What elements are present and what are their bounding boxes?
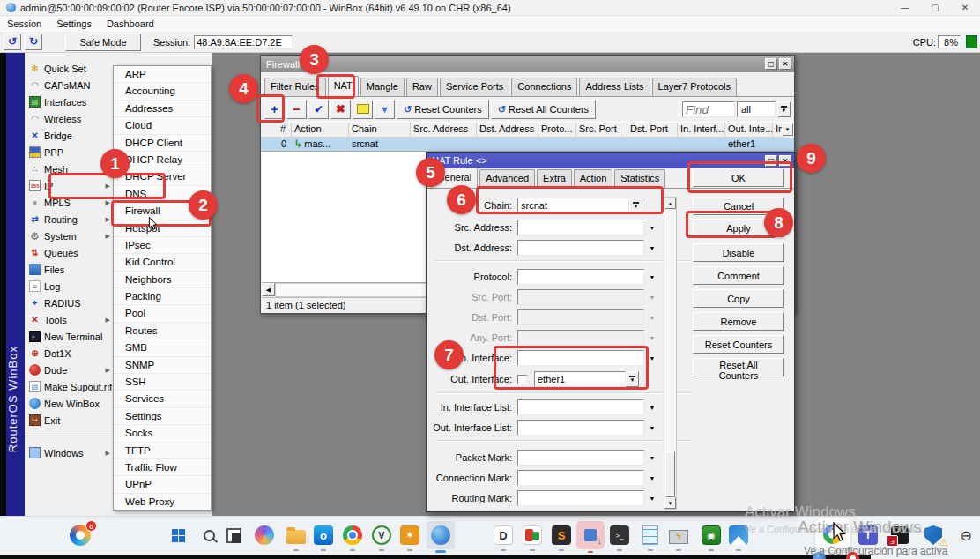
- sidebar-item[interactable]: Wireless ▶: [25, 110, 113, 127]
- tab-action[interactable]: Action: [574, 169, 613, 188]
- submenu-item[interactable]: Settings: [114, 408, 211, 425]
- tab-service-ports[interactable]: Service Ports: [440, 78, 509, 96]
- routing-mark-dropdown-icon[interactable]: ▼: [644, 496, 660, 502]
- file-explorer-icon[interactable]: [285, 524, 308, 547]
- connection-mark-dropdown-icon[interactable]: ▼: [644, 475, 660, 481]
- sidebar-item[interactable]: Routing ▶: [25, 211, 113, 227]
- safe-mode-button[interactable]: Safe Mode: [65, 34, 141, 51]
- tab-advanced[interactable]: Advanced: [479, 169, 535, 188]
- sidebar-item[interactable]: Queues ▶: [25, 244, 113, 261]
- lock-app-icon[interactable]: [576, 521, 605, 549]
- filter-scope-dropdown-icon[interactable]: ▼: [777, 101, 791, 117]
- submenu-item[interactable]: Web Proxy: [114, 494, 211, 510]
- sidebar-item[interactable]: Files ▶: [25, 261, 113, 278]
- enable-icon[interactable]: ✔: [308, 100, 329, 119]
- remove-rule-button[interactable]: −: [286, 100, 307, 119]
- column-header[interactable]: Chain: [349, 123, 411, 138]
- submenu-item[interactable]: IPsec: [114, 237, 211, 254]
- sidebar-item[interactable]: RADIUS ▶: [25, 294, 113, 311]
- restore-button[interactable]: ▢: [920, 0, 950, 15]
- redo-icon[interactable]: ↻: [25, 34, 42, 50]
- packet-mark-dropdown-icon[interactable]: ▼: [644, 455, 660, 461]
- submenu-item[interactable]: Addresses: [114, 101, 211, 117]
- submenu-item[interactable]: Traffic Flow: [114, 459, 211, 476]
- comment-icon[interactable]: [353, 100, 373, 119]
- virtualbox-icon[interactable]: V: [370, 524, 393, 547]
- submenu-item[interactable]: DHCP Client: [114, 135, 211, 152]
- reset-counters-button[interactable]: Reset Counters: [693, 335, 784, 354]
- close-button[interactable]: ✕: [950, 0, 980, 15]
- src-address-dropdown-icon[interactable]: ▼: [644, 225, 660, 231]
- column-header[interactable]: Src. Address: [411, 123, 477, 138]
- reset-all-counters-button[interactable]: Reset All Counters: [693, 358, 784, 376]
- vertical-scrollbar[interactable]: ▲ ▼: [664, 197, 677, 510]
- hidden-items-icon[interactable]: ⊘: [955, 524, 978, 547]
- column-header[interactable]: Src. Port: [576, 123, 627, 138]
- start-button[interactable]: [167, 524, 189, 547]
- column-header[interactable]: Action: [292, 123, 349, 138]
- disable-icon[interactable]: ✖: [330, 100, 351, 119]
- chrome-icon[interactable]: [341, 524, 364, 547]
- tab-address-lists[interactable]: Address Lists: [579, 78, 650, 96]
- protocol-input[interactable]: [517, 269, 644, 285]
- submenu-item[interactable]: Packing: [114, 288, 211, 305]
- submenu-item[interactable]: Pool: [114, 305, 211, 322]
- terminal-icon[interactable]: >_: [608, 524, 631, 547]
- column-header[interactable]: #: [261, 123, 292, 138]
- column-header[interactable]: Dst. Port: [627, 123, 678, 138]
- protocol-dropdown-icon[interactable]: ▼: [644, 274, 660, 280]
- sidebar-item[interactable]: Make Supout.rif ▶: [25, 378, 113, 395]
- scrollbar-thumb[interactable]: [665, 451, 675, 497]
- sidebar-item[interactable]: Windows ▶: [25, 444, 113, 461]
- tab-statistics[interactable]: Statistics: [614, 169, 665, 188]
- table-row[interactable]: 0 ↳mas... srcnat ether1: [261, 138, 794, 152]
- sidebar-item[interactable]: Dude ▶: [25, 361, 113, 378]
- submenu-item[interactable]: Routes: [114, 323, 211, 339]
- scroll-left-icon[interactable]: ◀: [262, 283, 275, 296]
- copilot-icon[interactable]: [253, 524, 276, 547]
- sidebar-item[interactable]: Log ▶: [25, 278, 113, 294]
- scroll-up-icon[interactable]: ▲: [664, 198, 676, 209]
- tab-extra[interactable]: Extra: [537, 169, 572, 188]
- sidebar-item[interactable]: CAPsMAN ▶: [25, 77, 113, 93]
- defender-icon[interactable]: ⚠: [922, 524, 945, 547]
- out-interface-list-dropdown-icon[interactable]: ▼: [644, 425, 660, 431]
- firewall-maximize-icon[interactable]: ▢: [765, 58, 777, 70]
- task-view-icon[interactable]: [222, 524, 245, 547]
- session-input[interactable]: [194, 35, 293, 49]
- sidebar-item[interactable]: Bridge ▶: [25, 127, 113, 144]
- reset-all-counters-button[interactable]: ↺ Reset All Counters: [491, 100, 596, 119]
- sidebar-item[interactable]: Quick Set ▶: [25, 60, 113, 77]
- column-header[interactable]: Proto...: [538, 123, 576, 138]
- sidebar-item[interactable]: New Terminal ▶: [25, 328, 113, 345]
- dst-address-dropdown-icon[interactable]: ▼: [644, 245, 660, 251]
- column-header[interactable]: Dst. Address: [477, 123, 538, 138]
- column-header[interactable]: Out. Inte...: [725, 123, 773, 138]
- sidebar-item[interactable]: System ▶: [25, 227, 113, 244]
- submenu-item[interactable]: ARP: [114, 66, 211, 83]
- menu-dashboard[interactable]: Dashboard: [107, 19, 154, 29]
- sidebar-item[interactable]: Tools ▶: [25, 311, 113, 328]
- find-input[interactable]: [682, 101, 735, 117]
- column-header[interactable]: In. Interf...: [678, 123, 725, 138]
- sidebar-item[interactable]: Dot1X ▶: [25, 345, 113, 361]
- firewall-titlebar[interactable]: Firewall ▢ ✕: [261, 56, 794, 72]
- gns3-icon[interactable]: ✶: [398, 524, 421, 547]
- minimize-button[interactable]: —: [890, 0, 920, 15]
- sidebar-item[interactable]: Exit ▶: [25, 412, 113, 429]
- tab-connections[interactable]: Connections: [511, 78, 577, 96]
- sidebar-item[interactable]: New WinBox ▶: [25, 395, 113, 412]
- submenu-item[interactable]: UPnP: [114, 476, 211, 493]
- search-icon[interactable]: [197, 524, 220, 547]
- out-interface-list-input[interactable]: [517, 420, 644, 436]
- scroll-down-icon[interactable]: ▼: [664, 497, 676, 509]
- firewall-close-icon[interactable]: ✕: [779, 58, 791, 70]
- sidebar-item[interactable]: PPP ▶: [25, 144, 113, 160]
- gns3-gui-icon[interactable]: [521, 524, 544, 547]
- notepad-icon[interactable]: [639, 524, 662, 547]
- connection-mark-input[interactable]: [517, 470, 644, 486]
- column-menu-icon[interactable]: ▼: [782, 123, 793, 136]
- filter-icon[interactable]: ▼: [375, 100, 395, 119]
- submenu-item[interactable]: Services: [114, 391, 211, 407]
- tab-layer7-protocols[interactable]: Layer7 Protocols: [652, 78, 738, 96]
